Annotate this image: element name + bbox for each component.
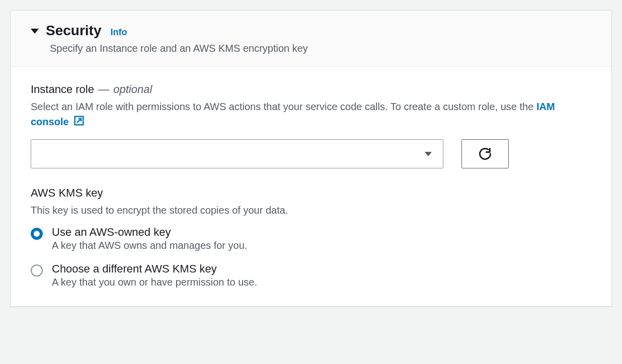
info-link[interactable]: Info: [111, 27, 127, 38]
panel-title: Security: [46, 23, 102, 39]
security-panel-header: Security Info Specify an Instance role a…: [11, 11, 611, 67]
kms-option-aws-owned[interactable]: Use an AWS-owned key A key that AWS owns…: [31, 226, 591, 251]
refresh-icon: [478, 147, 492, 161]
kms-key-group: AWS KMS key This key is used to encrypt …: [31, 187, 591, 288]
kms-key-description: This key is used to encrypt the stored c…: [31, 203, 574, 218]
panel-body: Instance role — optional Select an IAM r…: [11, 67, 611, 306]
refresh-button[interactable]: [461, 139, 509, 168]
label-dash: —: [98, 83, 112, 96]
kms-option-choose-different[interactable]: Choose a different AWS KMS key A key tha…: [31, 262, 591, 288]
kms-option-choose-different-text: Choose a different AWS KMS key A key tha…: [52, 262, 257, 288]
instance-role-desc-text: Select an IAM role with permissions to A…: [31, 101, 536, 112]
radio-unselected-icon: [31, 264, 43, 277]
collapse-caret-icon[interactable]: [31, 29, 39, 34]
chevron-down-icon: [425, 152, 432, 156]
panel-subtitle: Specify an Instance role and an AWS KMS …: [50, 43, 591, 54]
kms-option-aws-owned-text: Use an AWS-owned key A key that AWS owns…: [52, 226, 247, 251]
radio-selected-icon: [31, 228, 43, 240]
security-panel: Security Info Specify an Instance role a…: [10, 10, 612, 307]
optional-tag: optional: [113, 83, 152, 96]
svg-line-1: [77, 119, 81, 123]
instance-role-label-text: Instance role: [31, 83, 94, 96]
kms-option-aws-owned-label: Use an AWS-owned key: [52, 226, 247, 239]
external-link-icon: [73, 115, 85, 130]
kms-option-choose-different-desc: A key that you own or have permission to…: [52, 277, 257, 288]
instance-role-group: Instance role — optional Select an IAM r…: [31, 83, 591, 168]
instance-role-select[interactable]: [31, 139, 443, 168]
instance-role-select-row: [31, 139, 591, 168]
header-title-row: Security Info: [31, 23, 591, 39]
kms-option-choose-different-label: Choose a different AWS KMS key: [52, 262, 257, 276]
kms-key-label: AWS KMS key: [31, 187, 591, 200]
instance-role-label: Instance role — optional: [31, 83, 591, 96]
kms-option-aws-owned-desc: A key that AWS owns and manages for you.: [52, 240, 247, 251]
instance-role-description: Select an IAM role with permissions to A…: [31, 99, 574, 130]
